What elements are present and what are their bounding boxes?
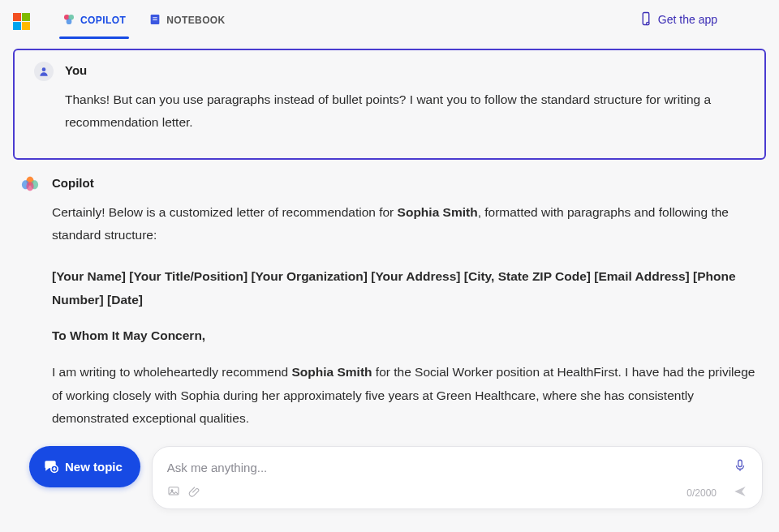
chat-input-box[interactable]: 0/2000	[152, 446, 763, 509]
person-icon	[38, 66, 49, 77]
get-app-label: Get the app	[658, 13, 717, 26]
letter-header-placeholders: [Your Name] [Your Title/Position] [Your …	[52, 265, 758, 311]
assistant-intro-name: Sophia Smith	[398, 205, 478, 219]
paperclip-icon	[188, 485, 201, 498]
letter-body-1-name: Sophia Smith	[292, 365, 372, 379]
tab-copilot[interactable]: COPILOT	[62, 2, 126, 38]
new-topic-button[interactable]: New topic	[29, 446, 140, 487]
copilot-avatar	[21, 174, 41, 194]
user-message: You Thanks! But can you use paragraphs i…	[13, 49, 766, 160]
image-attach-button[interactable]	[167, 485, 180, 501]
microsoft-logo	[13, 13, 30, 30]
copilot-icon	[62, 13, 75, 28]
microphone-icon	[733, 458, 747, 473]
svg-rect-10	[738, 460, 742, 466]
char-counter: 0/2000	[686, 487, 717, 499]
svg-point-8	[42, 67, 46, 71]
svg-rect-4	[153, 17, 157, 18]
header-bar: COPILOT NOTEBOOK Get the app	[0, 0, 779, 39]
image-icon	[167, 485, 180, 498]
attachment-button[interactable]	[188, 485, 201, 501]
get-app-link[interactable]: Get the app	[639, 11, 717, 28]
conversation-area: You Thanks! But can you use paragraphs i…	[0, 39, 779, 436]
letter-body-1a: I am writing to wholeheartedly recommend	[52, 365, 292, 379]
user-message-content: You Thanks! But can you use paragraphs i…	[65, 63, 745, 134]
microphone-button[interactable]	[733, 458, 747, 476]
assistant-intro-a: Certainly! Below is a customized letter …	[52, 205, 398, 219]
new-topic-label: New topic	[65, 460, 123, 474]
svg-rect-5	[153, 19, 157, 20]
svg-point-2	[67, 19, 72, 24]
user-message-text: Thanks! But can you use paragraphs inste…	[65, 88, 745, 134]
letter-salutation: To Whom It May Concern,	[52, 324, 758, 348]
copilot-icon	[21, 174, 39, 192]
user-name-label: You	[65, 63, 745, 77]
send-icon	[733, 484, 747, 499]
tab-copilot-label: COPILOT	[80, 15, 126, 26]
user-avatar	[34, 62, 54, 81]
tab-notebook[interactable]: NOTEBOOK	[148, 2, 226, 38]
phone-icon	[639, 11, 653, 28]
assistant-message-content: Copilot Certainly! Below is a customized…	[52, 176, 758, 436]
new-topic-icon	[42, 457, 58, 476]
chat-input[interactable]	[167, 461, 733, 474]
send-button[interactable]	[733, 484, 747, 502]
assistant-name-label: Copilot	[52, 176, 758, 190]
input-area: New topic	[29, 446, 763, 509]
assistant-intro: Certainly! Below is a customized letter …	[52, 201, 758, 247]
notebook-icon	[148, 13, 161, 28]
assistant-message: Copilot Certainly! Below is a customized…	[13, 176, 766, 436]
tab-list: COPILOT NOTEBOOK	[62, 2, 226, 38]
letter-body-1: I am writing to wholeheartedly recommend…	[52, 361, 758, 431]
tab-notebook-label: NOTEBOOK	[166, 15, 226, 26]
